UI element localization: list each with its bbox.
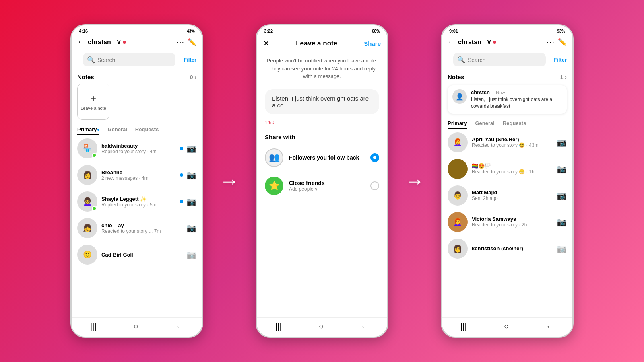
nav-back-1[interactable]: ←: [175, 322, 184, 331]
note-input-text: Listen, I just think overnight oats are …: [272, 95, 369, 109]
note-text: Listen, I just think overnight oats are …: [471, 96, 562, 110]
avatar-wrap-r1: [448, 159, 468, 179]
unread-dot-1: [180, 173, 183, 177]
edit-icon-1[interactable]: ✏️: [188, 38, 196, 47]
nav-back-3[interactable]: ←: [546, 322, 554, 331]
dm-item-r0[interactable]: 👩‍🦰 April Yau (She/Her) Reacted to your …: [442, 129, 572, 156]
nav-title-3: chrstsn_ ∨: [458, 38, 543, 46]
dm-actions-0: 📷: [180, 144, 196, 153]
back-icon-3[interactable]: ←: [448, 38, 455, 46]
camera-icon-r1[interactable]: 📷: [557, 164, 567, 174]
battery-1: 43%: [187, 29, 195, 33]
friends-icon: ⭐: [265, 177, 283, 195]
dm-item-r4[interactable]: 👩 kchristison (she/her) 📷: [442, 235, 572, 262]
filter-btn-3[interactable]: Filter: [554, 57, 567, 63]
tab-primary-3[interactable]: Primary: [448, 117, 467, 129]
search-bar-1[interactable]: 🔍: [83, 53, 175, 66]
back-icon-1[interactable]: ←: [77, 38, 85, 46]
time-3: 9:01: [449, 29, 458, 33]
more-icon-1[interactable]: ···: [176, 37, 184, 47]
dm-info-r3: Victoria Samways Reacted to your story ·…: [472, 216, 553, 228]
dm-item-1[interactable]: 👩 Breanne 2 new messages · 4m 📷: [72, 162, 202, 188]
notes-label-3: Notes: [448, 74, 464, 80]
search-bar-3[interactable]: 🔍: [453, 53, 546, 66]
battery-2: 68%: [372, 29, 380, 33]
leave-note-label-1: Leave a note: [80, 106, 106, 111]
nav-home-1[interactable]: ○: [134, 322, 138, 331]
time-1: 4:16: [79, 29, 88, 33]
close-icon-2[interactable]: ✕: [263, 39, 269, 48]
tab-requests-3[interactable]: Requests: [503, 117, 526, 129]
dm-info-0: baldwinbeauty Replied to your story · 4m: [101, 143, 176, 154]
avatar-wrap-3: 👧: [77, 218, 97, 238]
followers-label: Followers you follow back: [289, 154, 365, 161]
avatar-3: 👧: [77, 218, 97, 238]
followers-radio[interactable]: [370, 153, 379, 162]
nav-home-3[interactable]: ○: [504, 322, 509, 331]
notes-count-3: 1 ›: [560, 74, 567, 80]
share-option-friends[interactable]: ⭐ Close friends Add people ∨: [257, 172, 387, 200]
tabs-3: Primary General Requests: [442, 117, 572, 129]
nav-back-2[interactable]: ←: [361, 322, 369, 331]
notes-header-1: Notes 0 ›: [72, 70, 202, 82]
filter-btn-1[interactable]: Filter: [184, 57, 196, 63]
edit-icon-3[interactable]: ✏️: [558, 38, 567, 47]
tab-requests-1[interactable]: Requests: [135, 123, 159, 135]
nav-title-1: chrstsn_ ∨: [88, 38, 173, 46]
status-icons-1: 43%: [187, 29, 195, 33]
online-indicator-2: [92, 206, 97, 211]
dm-item-3[interactable]: 👧 chlo__ay Reacted to your story ... 7m …: [72, 215, 202, 241]
camera-icon-r0[interactable]: 📷: [557, 138, 567, 147]
more-icon-3[interactable]: ···: [547, 37, 555, 47]
share-text-friends: Close friends Add people ∨: [289, 180, 365, 192]
bottom-nav-1: ||| ○ ←: [72, 317, 202, 337]
tab-primary-1[interactable]: Primary: [77, 123, 99, 135]
friends-sublabel: Add people ∨: [289, 186, 365, 192]
dm-item-4[interactable]: 🙂 Cad Birl Goll 📷: [72, 241, 202, 268]
notes-count-1: 0 ›: [190, 74, 196, 80]
camera-icon-r2[interactable]: 📷: [557, 191, 567, 200]
dm-info-2: Shayla Leggett ✨ Replied to your story ·…: [101, 196, 176, 208]
note-avatar: 👤: [452, 89, 467, 104]
dm-item-r2[interactable]: 👨 Matt Majid Sent 2h ago 📷: [442, 182, 572, 209]
arrow-2: →: [405, 169, 425, 193]
avatar-wrap-r2: 👨: [448, 185, 468, 206]
dm-item-2[interactable]: 👩‍🦱 Shayla Leggett ✨ Replied to your sto…: [72, 188, 202, 215]
share-option-followers[interactable]: 👥 Followers you follow back: [257, 144, 387, 172]
dm-actions-1: 📷: [180, 170, 196, 180]
camera-icon-0[interactable]: 📷: [186, 144, 196, 153]
leave-note-btn-1[interactable]: + Leave a note: [77, 84, 109, 120]
tab-general-3[interactable]: General: [475, 117, 494, 129]
status-bar-1: 4:16 43%: [72, 25, 202, 35]
share-button-2[interactable]: Share: [364, 40, 381, 47]
avatar-1: 👩: [77, 165, 97, 185]
dm-item-0[interactable]: 🏪 baldwinbeauty Replied to your story · …: [72, 135, 202, 162]
dm-item-r3[interactable]: 👩‍🦰 Victoria Samways Reacted to your sto…: [442, 209, 572, 235]
avatar-wrap-2: 👩‍🦱: [77, 191, 97, 212]
camera-icon-1[interactable]: 📷: [186, 170, 196, 180]
search-input-3[interactable]: [468, 57, 542, 63]
dm-item-r1[interactable]: 🏳️‍🌈😍🏳️ Reacted to your story 😁 · 1h 📷: [442, 156, 572, 182]
nav-menu-1[interactable]: |||: [90, 322, 97, 331]
note-input-area[interactable]: Listen, I just think overnight oats are …: [265, 89, 379, 114]
camera-icon-3[interactable]: 📷: [186, 223, 196, 233]
camera-icon-r4[interactable]: 📷: [557, 244, 567, 253]
dm-actions-r0: 📷: [557, 138, 567, 147]
phone-1: 4:16 43% ← chrstsn_ ∨ ··· ✏️ 🔍 Filter No…: [70, 24, 203, 338]
nav-home-2[interactable]: ○: [319, 322, 324, 331]
friends-radio[interactable]: [370, 181, 379, 190]
camera-icon-r3[interactable]: 📷: [557, 217, 567, 227]
leave-note-title: Leave a note: [269, 39, 364, 47]
avatar-wrap-r3: 👩‍🦰: [448, 212, 468, 232]
avatar-r1: [448, 159, 468, 179]
dm-info-r1: 🏳️‍🌈😍🏳️ Reacted to your story 😁 · 1h: [472, 163, 553, 175]
status-icons-3: 93%: [557, 29, 565, 33]
tab-general-1[interactable]: General: [107, 123, 127, 135]
nav-menu-3[interactable]: |||: [460, 322, 467, 331]
spacer-2: [257, 200, 387, 318]
camera-icon-2[interactable]: 📷: [186, 197, 196, 206]
camera-icon-4[interactable]: 📷: [186, 250, 196, 259]
search-input-1[interactable]: [97, 57, 171, 63]
share-with-title: Share with: [257, 127, 387, 144]
nav-menu-2[interactable]: |||: [275, 322, 282, 331]
